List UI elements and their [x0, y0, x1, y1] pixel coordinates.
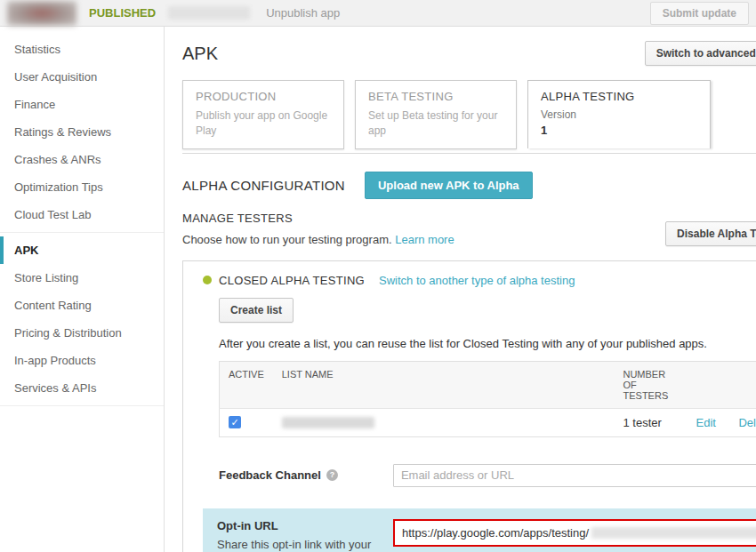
main-content: APK Switch to advanced mode PRODUCTION P…: [165, 27, 756, 552]
edit-link[interactable]: Edit: [696, 416, 715, 429]
help-icon[interactable]: ?: [326, 469, 338, 481]
opt-in-url-box: Opt-in URL Share this opt-in link with y…: [203, 508, 756, 552]
unpublish-app-link[interactable]: Unpublish app: [266, 6, 340, 20]
list-name-cell: [273, 408, 615, 436]
tab-alpha-title: ALPHA TESTING: [541, 90, 697, 103]
sidebar-divider: [0, 405, 164, 406]
apk-tabs: PRODUCTION Publish your app on Google Pl…: [182, 80, 756, 154]
feedback-channel-row: Feedback Channel ?: [219, 464, 756, 487]
sidebar-item-pricing-distribution[interactable]: Pricing & Distribution: [0, 319, 164, 347]
page-container: Statistics User Acquisition Finance Rati…: [0, 27, 756, 552]
redacted-url-suffix: [591, 527, 756, 539]
tab-beta-title: BETA TESTING: [368, 90, 503, 103]
create-list-button[interactable]: Create list: [219, 298, 294, 323]
sidebar-item-store-listing[interactable]: Store Listing: [0, 264, 164, 292]
manage-testers-block: MANAGE TESTERS Choose how to run your te…: [182, 212, 454, 246]
tab-production-title: PRODUCTION: [196, 90, 331, 103]
redacted-app-name: [168, 6, 250, 20]
manage-testers-row: MANAGE TESTERS Choose how to run your te…: [182, 212, 756, 246]
opt-in-url-value: https://play.google.com/apps/testing/: [402, 526, 589, 540]
manage-testers-text: Choose how to run your testing program. …: [182, 233, 454, 246]
tab-beta-testing[interactable]: BETA TESTING Set up Beta testing for you…: [355, 80, 517, 149]
closed-alpha-panel: CLOSED ALPHA TESTING Switch to another t…: [182, 260, 756, 552]
sidebar-item-ratings-reviews[interactable]: Ratings & Reviews: [0, 118, 164, 146]
tab-production-description: Publish your app on Google Play: [196, 108, 331, 140]
delete-cell: Delete: [729, 408, 756, 436]
main-header: APK Switch to advanced mode: [182, 41, 756, 66]
closed-alpha-header: CLOSED ALPHA TESTING Switch to another t…: [203, 274, 756, 287]
column-header-empty: [729, 361, 756, 408]
delete-link[interactable]: Delete: [738, 416, 756, 429]
sidebar: Statistics User Acquisition Finance Rati…: [0, 27, 165, 552]
alpha-configuration-heading: ALPHA CONFIGURATION: [182, 178, 345, 193]
sidebar-item-in-app-products[interactable]: In-app Products: [0, 347, 164, 374]
redacted-list-name: [282, 417, 374, 428]
closed-alpha-heading: CLOSED ALPHA TESTING: [219, 274, 365, 287]
manage-testers-heading: MANAGE TESTERS: [182, 212, 454, 225]
alpha-configuration-row: ALPHA CONFIGURATION Upload new APK to Al…: [182, 172, 756, 199]
opt-in-url-label: Opt-in URL: [217, 519, 375, 532]
active-checkbox[interactable]: ✓: [229, 416, 241, 428]
testers-table: ACTIVE LIST NAME NUMBER OF TESTERS ✓: [219, 361, 756, 437]
switch-alpha-type-link[interactable]: Switch to another type of alpha testing: [379, 274, 575, 287]
top-bar: PUBLISHED Unpublish app Submit update: [0, 0, 756, 27]
tab-production[interactable]: PRODUCTION Publish your app on Google Pl…: [182, 80, 344, 149]
column-header-number-of-testers: NUMBER OF TESTERS: [614, 361, 687, 408]
sidebar-item-finance[interactable]: Finance: [0, 91, 164, 118]
disable-alpha-testing-button[interactable]: Disable Alpha Testing: [665, 221, 756, 246]
switch-advanced-mode-button[interactable]: Switch to advanced mode: [645, 41, 756, 66]
table-row: ✓ 1 tester Edit Delete: [220, 408, 756, 436]
active-cell: ✓: [220, 408, 273, 436]
sidebar-item-apk[interactable]: APK: [0, 236, 164, 264]
sidebar-item-services-apis[interactable]: Services & APIs: [0, 374, 164, 402]
closed-alpha-body: Create list After you create a list, you…: [219, 287, 756, 487]
feedback-channel-input[interactable]: [393, 464, 756, 487]
status-dot-icon: [203, 276, 212, 284]
column-header-active: ACTIVE: [220, 361, 273, 408]
manage-testers-text-body: Choose how to run your testing program.: [182, 233, 392, 246]
redacted-app-icon: [7, 1, 76, 26]
published-status-badge: PUBLISHED: [89, 6, 156, 20]
tab-alpha-testing[interactable]: ALPHA TESTING Version 1: [527, 80, 711, 148]
alpha-version-value: 1: [541, 124, 697, 137]
submit-update-button[interactable]: Submit update: [650, 2, 749, 25]
testers-count-cell: 1 tester: [614, 408, 687, 436]
upload-apk-alpha-button[interactable]: Upload new APK to Alpha: [365, 172, 533, 199]
column-header-empty: [687, 361, 729, 408]
sidebar-item-user-acquisition[interactable]: User Acquisition: [0, 63, 164, 91]
opt-in-url-input[interactable]: https://play.google.com/apps/testing/: [393, 519, 756, 547]
sidebar-item-cloud-test-lab[interactable]: Cloud Test Lab: [0, 201, 164, 228]
tab-beta-description: Set up Beta testing for your app: [368, 108, 503, 140]
sidebar-item-statistics[interactable]: Statistics: [0, 36, 164, 63]
opt-in-label-block: Opt-in URL Share this opt-in link with y…: [217, 519, 375, 552]
sidebar-item-crashes-anrs[interactable]: Crashes & ANRs: [0, 146, 164, 173]
sidebar-item-content-rating[interactable]: Content Rating: [0, 292, 164, 319]
opt-in-url-description: Share this opt-in link with your testers…: [217, 537, 375, 552]
alpha-version-label: Version: [541, 108, 697, 121]
sidebar-divider: [0, 232, 164, 233]
feedback-channel-label: Feedback Channel: [219, 468, 321, 482]
create-list-hint: After you create a list, you can reuse t…: [219, 337, 756, 350]
column-header-list-name: LIST NAME: [273, 361, 615, 408]
page-title: APK: [182, 44, 218, 64]
testers-table-header-row: ACTIVE LIST NAME NUMBER OF TESTERS: [220, 361, 756, 408]
learn-more-link[interactable]: Learn more: [395, 233, 454, 246]
edit-cell: Edit: [687, 408, 729, 436]
sidebar-item-optimization-tips[interactable]: Optimization Tips: [0, 173, 164, 201]
